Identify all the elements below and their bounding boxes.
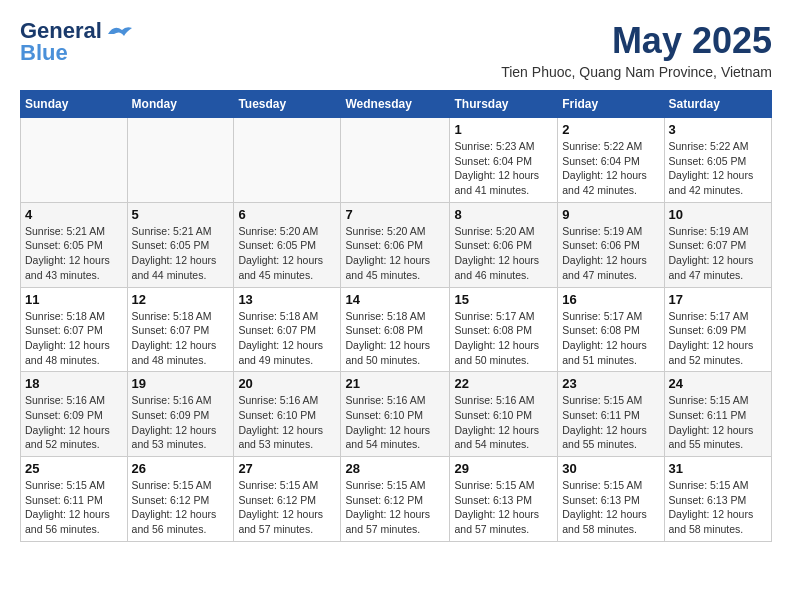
title-area: May 2025 Tien Phuoc, Quang Nam Province,…	[501, 20, 772, 80]
day-info: Sunrise: 5:23 AM Sunset: 6:04 PM Dayligh…	[454, 139, 553, 198]
day-number: 1	[454, 122, 553, 137]
day-number: 14	[345, 292, 445, 307]
day-number: 10	[669, 207, 767, 222]
calendar-table: SundayMondayTuesdayWednesdayThursdayFrid…	[20, 90, 772, 542]
calendar-cell: 22Sunrise: 5:16 AM Sunset: 6:10 PM Dayli…	[450, 372, 558, 457]
day-number: 22	[454, 376, 553, 391]
week-row-4: 18Sunrise: 5:16 AM Sunset: 6:09 PM Dayli…	[21, 372, 772, 457]
calendar-cell	[234, 118, 341, 203]
calendar-cell	[127, 118, 234, 203]
logo-blue: Blue	[20, 40, 68, 65]
day-number: 26	[132, 461, 230, 476]
day-number: 30	[562, 461, 659, 476]
calendar-header: GeneralBlue May 2025 Tien Phuoc, Quang N…	[20, 20, 772, 80]
day-number: 23	[562, 376, 659, 391]
calendar-cell: 7Sunrise: 5:20 AM Sunset: 6:06 PM Daylig…	[341, 202, 450, 287]
calendar-cell: 6Sunrise: 5:20 AM Sunset: 6:05 PM Daylig…	[234, 202, 341, 287]
day-info: Sunrise: 5:18 AM Sunset: 6:08 PM Dayligh…	[345, 309, 445, 368]
calendar-cell: 28Sunrise: 5:15 AM Sunset: 6:12 PM Dayli…	[341, 457, 450, 542]
day-info: Sunrise: 5:15 AM Sunset: 6:13 PM Dayligh…	[454, 478, 553, 537]
day-number: 5	[132, 207, 230, 222]
calendar-cell: 9Sunrise: 5:19 AM Sunset: 6:06 PM Daylig…	[558, 202, 664, 287]
day-info: Sunrise: 5:17 AM Sunset: 6:09 PM Dayligh…	[669, 309, 767, 368]
calendar-cell: 15Sunrise: 5:17 AM Sunset: 6:08 PM Dayli…	[450, 287, 558, 372]
day-number: 13	[238, 292, 336, 307]
day-info: Sunrise: 5:22 AM Sunset: 6:04 PM Dayligh…	[562, 139, 659, 198]
weekday-header-tuesday: Tuesday	[234, 91, 341, 118]
calendar-cell: 18Sunrise: 5:16 AM Sunset: 6:09 PM Dayli…	[21, 372, 128, 457]
day-info: Sunrise: 5:18 AM Sunset: 6:07 PM Dayligh…	[25, 309, 123, 368]
logo-bird-icon	[104, 22, 132, 44]
logo-text: GeneralBlue	[20, 20, 102, 64]
day-info: Sunrise: 5:15 AM Sunset: 6:12 PM Dayligh…	[345, 478, 445, 537]
calendar-cell: 31Sunrise: 5:15 AM Sunset: 6:13 PM Dayli…	[664, 457, 771, 542]
day-number: 15	[454, 292, 553, 307]
day-info: Sunrise: 5:19 AM Sunset: 6:06 PM Dayligh…	[562, 224, 659, 283]
day-number: 25	[25, 461, 123, 476]
weekday-header-sunday: Sunday	[21, 91, 128, 118]
calendar-cell: 10Sunrise: 5:19 AM Sunset: 6:07 PM Dayli…	[664, 202, 771, 287]
day-number: 17	[669, 292, 767, 307]
week-row-1: 1Sunrise: 5:23 AM Sunset: 6:04 PM Daylig…	[21, 118, 772, 203]
calendar-cell: 26Sunrise: 5:15 AM Sunset: 6:12 PM Dayli…	[127, 457, 234, 542]
day-number: 24	[669, 376, 767, 391]
day-info: Sunrise: 5:15 AM Sunset: 6:12 PM Dayligh…	[238, 478, 336, 537]
calendar-cell: 27Sunrise: 5:15 AM Sunset: 6:12 PM Dayli…	[234, 457, 341, 542]
calendar-cell: 4Sunrise: 5:21 AM Sunset: 6:05 PM Daylig…	[21, 202, 128, 287]
calendar-cell: 23Sunrise: 5:15 AM Sunset: 6:11 PM Dayli…	[558, 372, 664, 457]
calendar-cell: 17Sunrise: 5:17 AM Sunset: 6:09 PM Dayli…	[664, 287, 771, 372]
calendar-cell: 24Sunrise: 5:15 AM Sunset: 6:11 PM Dayli…	[664, 372, 771, 457]
logo: GeneralBlue	[20, 20, 132, 64]
weekday-header-thursday: Thursday	[450, 91, 558, 118]
calendar-cell: 8Sunrise: 5:20 AM Sunset: 6:06 PM Daylig…	[450, 202, 558, 287]
day-number: 12	[132, 292, 230, 307]
weekday-header-friday: Friday	[558, 91, 664, 118]
calendar-cell: 11Sunrise: 5:18 AM Sunset: 6:07 PM Dayli…	[21, 287, 128, 372]
calendar-cell: 25Sunrise: 5:15 AM Sunset: 6:11 PM Dayli…	[21, 457, 128, 542]
day-number: 11	[25, 292, 123, 307]
day-info: Sunrise: 5:15 AM Sunset: 6:13 PM Dayligh…	[669, 478, 767, 537]
day-number: 21	[345, 376, 445, 391]
week-row-2: 4Sunrise: 5:21 AM Sunset: 6:05 PM Daylig…	[21, 202, 772, 287]
day-info: Sunrise: 5:17 AM Sunset: 6:08 PM Dayligh…	[562, 309, 659, 368]
day-info: Sunrise: 5:20 AM Sunset: 6:05 PM Dayligh…	[238, 224, 336, 283]
day-number: 9	[562, 207, 659, 222]
day-info: Sunrise: 5:16 AM Sunset: 6:10 PM Dayligh…	[345, 393, 445, 452]
day-number: 29	[454, 461, 553, 476]
day-info: Sunrise: 5:15 AM Sunset: 6:11 PM Dayligh…	[562, 393, 659, 452]
day-info: Sunrise: 5:15 AM Sunset: 6:13 PM Dayligh…	[562, 478, 659, 537]
week-row-5: 25Sunrise: 5:15 AM Sunset: 6:11 PM Dayli…	[21, 457, 772, 542]
day-info: Sunrise: 5:15 AM Sunset: 6:11 PM Dayligh…	[669, 393, 767, 452]
day-info: Sunrise: 5:18 AM Sunset: 6:07 PM Dayligh…	[132, 309, 230, 368]
calendar-cell: 30Sunrise: 5:15 AM Sunset: 6:13 PM Dayli…	[558, 457, 664, 542]
day-info: Sunrise: 5:20 AM Sunset: 6:06 PM Dayligh…	[454, 224, 553, 283]
day-info: Sunrise: 5:16 AM Sunset: 6:10 PM Dayligh…	[454, 393, 553, 452]
calendar-cell: 12Sunrise: 5:18 AM Sunset: 6:07 PM Dayli…	[127, 287, 234, 372]
day-number: 8	[454, 207, 553, 222]
day-info: Sunrise: 5:16 AM Sunset: 6:09 PM Dayligh…	[132, 393, 230, 452]
calendar-cell: 14Sunrise: 5:18 AM Sunset: 6:08 PM Dayli…	[341, 287, 450, 372]
weekday-header-row: SundayMondayTuesdayWednesdayThursdayFrid…	[21, 91, 772, 118]
day-number: 6	[238, 207, 336, 222]
day-info: Sunrise: 5:21 AM Sunset: 6:05 PM Dayligh…	[25, 224, 123, 283]
calendar-cell: 1Sunrise: 5:23 AM Sunset: 6:04 PM Daylig…	[450, 118, 558, 203]
day-number: 4	[25, 207, 123, 222]
day-number: 27	[238, 461, 336, 476]
calendar-cell: 19Sunrise: 5:16 AM Sunset: 6:09 PM Dayli…	[127, 372, 234, 457]
day-info: Sunrise: 5:22 AM Sunset: 6:05 PM Dayligh…	[669, 139, 767, 198]
calendar-cell: 3Sunrise: 5:22 AM Sunset: 6:05 PM Daylig…	[664, 118, 771, 203]
day-number: 2	[562, 122, 659, 137]
day-info: Sunrise: 5:21 AM Sunset: 6:05 PM Dayligh…	[132, 224, 230, 283]
day-info: Sunrise: 5:17 AM Sunset: 6:08 PM Dayligh…	[454, 309, 553, 368]
day-info: Sunrise: 5:20 AM Sunset: 6:06 PM Dayligh…	[345, 224, 445, 283]
day-number: 19	[132, 376, 230, 391]
day-info: Sunrise: 5:15 AM Sunset: 6:12 PM Dayligh…	[132, 478, 230, 537]
day-info: Sunrise: 5:19 AM Sunset: 6:07 PM Dayligh…	[669, 224, 767, 283]
day-number: 31	[669, 461, 767, 476]
weekday-header-wednesday: Wednesday	[341, 91, 450, 118]
week-row-3: 11Sunrise: 5:18 AM Sunset: 6:07 PM Dayli…	[21, 287, 772, 372]
calendar-cell: 29Sunrise: 5:15 AM Sunset: 6:13 PM Dayli…	[450, 457, 558, 542]
day-number: 28	[345, 461, 445, 476]
weekday-header-monday: Monday	[127, 91, 234, 118]
day-number: 16	[562, 292, 659, 307]
